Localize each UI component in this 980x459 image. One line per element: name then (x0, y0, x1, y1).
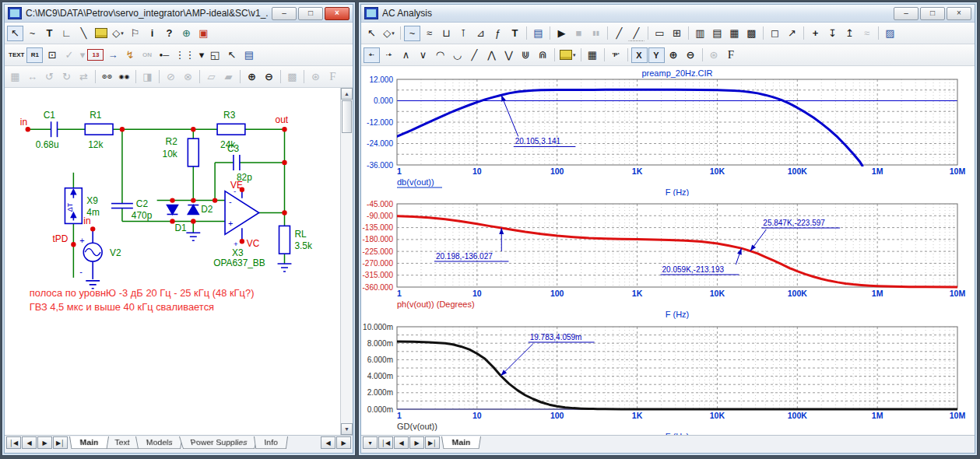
schematic-titlebar[interactable]: C:\MC9\DATA\Petrov\servo_integrator\AMP-… (5, 5, 353, 23)
tag-horizontal-icon[interactable]: ↥ (841, 26, 858, 41)
cursor-add-icon[interactable]: + (807, 26, 824, 41)
tab-nav-button-2[interactable]: ▶ (37, 436, 52, 449)
border-toggle-icon[interactable]: ◱ (206, 47, 223, 63)
sheet-tab-main[interactable]: Main (69, 436, 109, 449)
shape-tools-dropdown-icon[interactable]: ▾ (121, 30, 124, 37)
select-boxes-icon[interactable]: ▦ (7, 69, 23, 85)
panel-toggle-icon[interactable]: ◻ (767, 26, 783, 41)
file-mode-icon[interactable]: ▩ (284, 69, 300, 85)
maximize-button[interactable]: □ (298, 7, 323, 20)
web-info-icon[interactable]: ⊕ (178, 26, 195, 41)
zoom-out-icon[interactable]: ⊖ (683, 47, 699, 63)
vertical-scrollbar[interactable]: ▲ ▼ (340, 88, 353, 435)
text-tool-icon[interactable]: T (507, 26, 523, 41)
color-palette-icon[interactable]: ▨ (882, 26, 898, 41)
plot-nav-button-2[interactable]: ◀ (394, 436, 409, 449)
go-to-x-icon[interactable]: ⋒ (535, 47, 551, 63)
hscroll-button-1[interactable]: ▶ (336, 436, 351, 449)
plot-area[interactable]: 12.0000.000-12.000-24.000-36.0001101001K… (361, 66, 975, 435)
tag-vertical-icon[interactable]: ↧ (824, 26, 841, 41)
grid-toggle-icon[interactable]: ⋮⋮ (173, 47, 196, 63)
plot-nav-button-1[interactable]: │◀ (378, 436, 393, 449)
cursor-left-icon[interactable]: +· (364, 47, 380, 63)
run-analysis-icon[interactable]: ▶ (553, 26, 570, 41)
point-info-icon[interactable]: ⊘ (163, 69, 179, 85)
info-mode-icon[interactable]: i (144, 26, 160, 41)
font-tool-icon[interactable]: F (325, 69, 341, 85)
ruler-tool-icon[interactable]: ⊺ (455, 26, 472, 41)
global-low-icon[interactable]: ⋁ (501, 47, 517, 63)
pin-joint-icon[interactable]: ↔ (24, 69, 40, 85)
grid-vertical-icon[interactable]: ▥ (692, 26, 708, 41)
tab-nav-button-1[interactable]: ◀ (22, 436, 37, 449)
find-icon[interactable]: ⊙⊙ (99, 69, 115, 85)
condition-display-toggle-icon[interactable]: ON (139, 47, 155, 63)
trackers-toggle-icon[interactable]: ↗ (784, 26, 800, 41)
grid-both-icon[interactable]: ▦ (726, 26, 743, 41)
global-high-icon[interactable]: ⋀ (483, 47, 500, 63)
data-points-toggle-icon[interactable]: ⊞ (669, 26, 685, 41)
function-tool-icon[interactable]: ƒ (490, 26, 506, 41)
align-cursors-icon[interactable]: ≈ (859, 26, 875, 41)
cross-cursor-toggle-icon[interactable]: ↖ (223, 47, 240, 63)
db-plot[interactable]: 12.0000.000-12.000-24.000-36.0001101001K… (361, 68, 978, 196)
text-attr-toggle-icon[interactable]: TEXT (7, 47, 26, 63)
clamp-tool-icon[interactable]: ⊔ (438, 26, 455, 41)
paste-picture-icon[interactable]: ▰ (220, 69, 237, 85)
properties-icon[interactable]: ▤ (530, 26, 546, 41)
slope-tool-icon[interactable]: ⊿ (472, 26, 489, 41)
close-button[interactable]: × (325, 7, 349, 20)
font-tool-icon[interactable]: F (723, 47, 739, 63)
zoom-out-icon[interactable]: ⊖ (261, 69, 277, 85)
schematic-canvas[interactable]: in C1 0.68u R1 12k R3 24k out R2 10k C3 … (5, 88, 340, 449)
wire-mode-icon[interactable]: ~ (24, 26, 40, 41)
attribute-toggle-icon[interactable]: R1 (26, 47, 43, 63)
grid-horizontal-icon[interactable]: ▤ (709, 26, 725, 41)
flag-mode-icon[interactable]: ⚐ (127, 26, 143, 41)
plot-nav-button-4[interactable]: ▶│ (425, 436, 440, 449)
waveform-select-icon[interactable]: ≈ (421, 26, 437, 41)
shape-tools-icon[interactable]: ◇▾ (381, 26, 397, 41)
go-to-peak-icon[interactable]: ∧ (398, 47, 414, 63)
y-scale-icon[interactable]: Y (648, 47, 665, 63)
go-to-branch-icon[interactable]: ⋓ (518, 47, 534, 63)
label-branches-dropdown-icon[interactable]: ▾ (573, 52, 576, 58)
line-tool-icon[interactable]: ╱ (611, 26, 627, 41)
node-numbers-toggle-icon[interactable]: ⊡ (44, 47, 60, 63)
help-mode-icon[interactable]: ? (161, 26, 177, 41)
group-delay-plot[interactable]: 10.000m8.000m6.000m4.000m2.000m0.000m110… (361, 322, 978, 445)
plot-nav-button-3[interactable]: ▶ (409, 436, 424, 449)
hscroll-button-0[interactable]: ◀ (321, 436, 335, 449)
line-mode-icon[interactable]: ╲ (76, 26, 92, 41)
zoom-in-icon[interactable]: ⊕ (244, 69, 260, 85)
close-button[interactable]: × (947, 7, 971, 20)
node-voltages-toggle-icon[interactable]: 13 (87, 49, 104, 61)
copy-picture-icon[interactable]: ▱ (203, 69, 220, 85)
scroll-up-arrow[interactable]: ▲ (341, 88, 353, 100)
go-to-slope-icon[interactable]: ╱ (466, 47, 483, 63)
select-region-icon[interactable]: ▭ (652, 26, 668, 41)
undo-icon[interactable]: ↺ (41, 69, 58, 85)
shape-tools-icon[interactable]: ◇▾ (110, 26, 126, 41)
sheet-tab-info[interactable]: Info (254, 436, 288, 449)
ortho-wire-mode-icon[interactable]: ∟ (58, 26, 75, 41)
plot-tab-main[interactable]: Main (441, 436, 481, 449)
step-box-icon[interactable]: ⇄ (76, 69, 92, 85)
go-to-valley-icon[interactable]: ∨ (415, 47, 431, 63)
minimize-button[interactable]: – (272, 7, 297, 20)
text-mode-icon[interactable]: T (41, 26, 58, 41)
zoom-in-icon[interactable]: ⊕ (666, 47, 682, 63)
sheet-tab-text[interactable]: Text (104, 436, 140, 449)
go-to-low-icon[interactable]: ◡ (449, 47, 465, 63)
select-tool-icon[interactable]: ↖ (7, 26, 23, 41)
globe-link-icon[interactable]: ⊛ (307, 69, 324, 85)
x-scale-icon[interactable]: X (631, 47, 648, 63)
globe-link-icon[interactable]: ⊛ (706, 47, 722, 63)
info-page-icon[interactable]: ◨ (139, 69, 156, 85)
properties-icon[interactable]: ▤ (241, 47, 257, 63)
tab-nav-button-0[interactable]: │◀ (6, 436, 21, 449)
go-to-high-icon[interactable]: ◠ (432, 47, 448, 63)
analysis-titlebar[interactable]: AC Analysis –□× (361, 5, 975, 23)
select-tool-icon[interactable]: ↖ (364, 26, 380, 41)
vip-toggle-icon[interactable]: ✓ (61, 47, 77, 63)
